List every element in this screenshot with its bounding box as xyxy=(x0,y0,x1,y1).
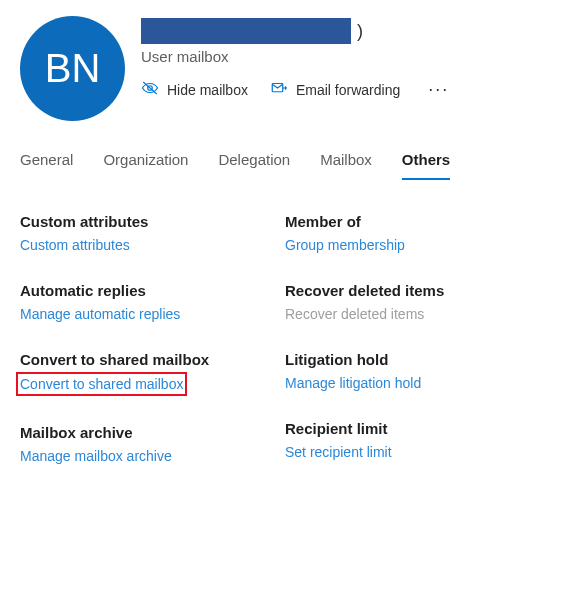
avatar: BN xyxy=(20,16,125,121)
hide-mailbox-label: Hide mailbox xyxy=(167,82,248,98)
section-convert-to-shared: Convert to shared mailbox Convert to sha… xyxy=(20,351,285,396)
tab-organization[interactable]: Organization xyxy=(103,145,188,180)
profile-header: BN ) User mailbox Hide mailbox xyxy=(0,0,570,145)
section-custom-attributes: Custom attributes Custom attributes xyxy=(20,213,285,254)
section-litigation-hold: Litigation hold Manage litigation hold xyxy=(285,351,550,392)
tab-general[interactable]: General xyxy=(20,145,73,180)
custom-attributes-link[interactable]: Custom attributes xyxy=(20,237,130,253)
section-title: Automatic replies xyxy=(20,282,285,299)
manage-mailbox-archive-link[interactable]: Manage mailbox archive xyxy=(20,448,172,464)
tabs: General Organization Delegation Mailbox … xyxy=(0,145,570,181)
tab-mailbox[interactable]: Mailbox xyxy=(320,145,372,180)
eye-hide-icon xyxy=(141,79,159,100)
content-left-column: Custom attributes Custom attributes Auto… xyxy=(20,213,285,465)
mail-forward-icon xyxy=(270,79,288,100)
user-type: User mailbox xyxy=(141,48,550,65)
section-title: Custom attributes xyxy=(20,213,285,230)
recover-deleted-link: Recover deleted items xyxy=(285,306,424,322)
manage-automatic-replies-link[interactable]: Manage automatic replies xyxy=(20,306,180,322)
section-title: Mailbox archive xyxy=(20,424,285,441)
section-title: Member of xyxy=(285,213,550,230)
section-title: Recover deleted items xyxy=(285,282,550,299)
profile-actions: Hide mailbox Email forwarding ··· xyxy=(141,79,550,100)
content-right-column: Member of Group membership Recover delet… xyxy=(285,213,550,465)
section-member-of: Member of Group membership xyxy=(285,213,550,254)
manage-litigation-hold-link[interactable]: Manage litigation hold xyxy=(285,375,421,391)
section-automatic-replies: Automatic replies Manage automatic repli… xyxy=(20,282,285,323)
tab-delegation[interactable]: Delegation xyxy=(218,145,290,180)
highlight-annotation: Convert to shared mailbox xyxy=(16,372,187,396)
section-recipient-limit: Recipient limit Set recipient limit xyxy=(285,420,550,461)
section-mailbox-archive: Mailbox archive Manage mailbox archive xyxy=(20,424,285,465)
email-forwarding-button[interactable]: Email forwarding xyxy=(270,79,400,100)
convert-to-shared-link[interactable]: Convert to shared mailbox xyxy=(20,376,183,392)
more-actions-button[interactable]: ··· xyxy=(428,79,449,100)
section-recover-deleted: Recover deleted items Recover deleted it… xyxy=(285,282,550,323)
content-grid: Custom attributes Custom attributes Auto… xyxy=(0,213,570,465)
section-title: Recipient limit xyxy=(285,420,550,437)
section-title: Convert to shared mailbox xyxy=(20,351,285,368)
email-forwarding-label: Email forwarding xyxy=(296,82,400,98)
user-name-row: ) xyxy=(141,18,550,44)
hide-mailbox-button[interactable]: Hide mailbox xyxy=(141,79,248,100)
tab-others[interactable]: Others xyxy=(402,145,450,180)
set-recipient-limit-link[interactable]: Set recipient limit xyxy=(285,444,392,460)
user-name-trailing: ) xyxy=(357,21,363,42)
profile-info: ) User mailbox Hide mailbox xyxy=(141,16,550,100)
section-title: Litigation hold xyxy=(285,351,550,368)
avatar-initials: BN xyxy=(45,46,101,91)
user-name-redacted xyxy=(141,18,351,44)
group-membership-link[interactable]: Group membership xyxy=(285,237,405,253)
